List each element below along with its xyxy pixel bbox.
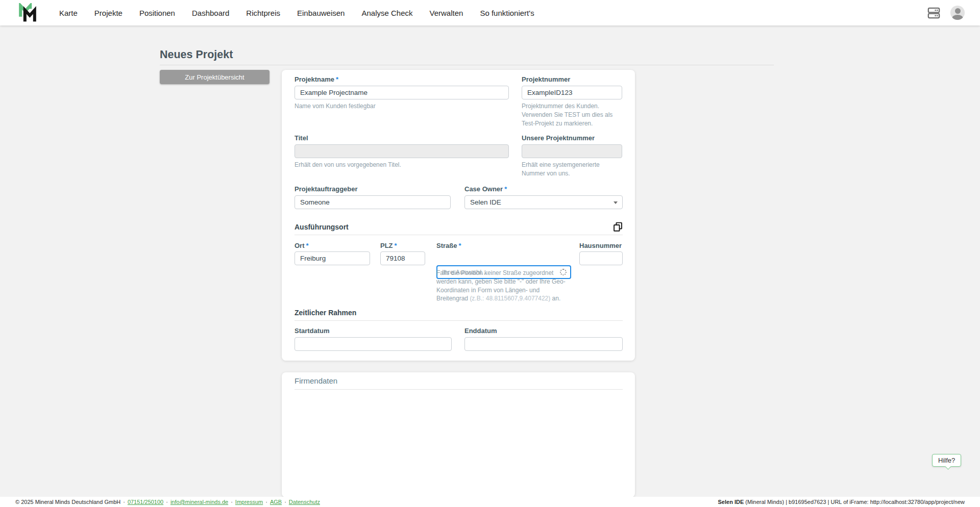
enddatum-label: Enddatum — [464, 327, 497, 335]
projektauftraggeber-label: Projektauftraggeber — [295, 185, 358, 193]
section-divider — [295, 389, 623, 390]
ort-label: Ort* — [295, 242, 309, 249]
help-button[interactable]: Hilfe? — [932, 454, 961, 467]
projektnummer-helper: Projektnummer des Kunden. Verwenden Sie … — [522, 102, 624, 128]
footer: © 2025 Mineral Minds Deutschland GmbH · … — [0, 497, 980, 507]
footer-link-datenschutz[interactable]: Datenschutz — [289, 499, 320, 505]
nav-positionen[interactable]: Positionen — [139, 9, 175, 17]
section-divider — [295, 235, 623, 235]
ort-input[interactable] — [295, 251, 370, 265]
section-ausfuehrungsort-title: Ausführungsort — [295, 223, 349, 231]
help-label: Hilfe? — [938, 457, 955, 464]
mineral-minds-logo-icon[interactable] — [17, 3, 38, 22]
required-marker: * — [336, 75, 338, 83]
projektname-input[interactable] — [295, 86, 509, 99]
required-marker: * — [504, 185, 507, 193]
avatar-head — [955, 8, 961, 14]
projektauftraggeber-input[interactable] — [295, 195, 451, 209]
nav-einbauweisen[interactable]: Einbauweisen — [297, 9, 345, 17]
title-divider — [160, 65, 774, 65]
footer-link-impressum[interactable]: Impressum — [235, 499, 263, 505]
required-marker: * — [395, 242, 397, 249]
nav-analyse-check[interactable]: Analyse Check — [361, 9, 412, 17]
required-marker: * — [306, 242, 309, 249]
avatar-shoulders — [952, 15, 963, 20]
topbar-actions — [927, 6, 965, 20]
nav-projekte[interactable]: Projekte — [94, 9, 122, 17]
strasse-label: Straße* — [436, 242, 461, 249]
unsere-projektnummer-input — [522, 144, 622, 158]
user-avatar-icon[interactable] — [950, 6, 965, 20]
top-navigation-bar: Karte Projekte Positionen Dashboard Rich… — [0, 0, 980, 26]
project-form-card: Projektname* Name vom Kunden festlegbar … — [282, 70, 635, 361]
startdatum-input[interactable] — [295, 337, 452, 351]
projektname-label: Projektname* — [295, 75, 338, 83]
section-divider — [295, 320, 623, 321]
plz-input[interactable] — [380, 251, 425, 265]
main-nav: Karte Projekte Positionen Dashboard Rich… — [59, 9, 534, 17]
nav-verwalten[interactable]: Verwalten — [430, 9, 463, 17]
enddatum-input[interactable] — [464, 337, 623, 351]
footer-link-email[interactable]: info@mineral-minds.de — [170, 499, 228, 505]
zur-projektuebersicht-button[interactable]: Zur Projektübersicht — [160, 70, 270, 84]
titel-input — [295, 144, 509, 158]
case-owner-value: Selen IDE — [470, 198, 501, 206]
projektname-helper: Name vom Kunden festlegbar — [295, 102, 509, 111]
case-owner-select[interactable]: Selen IDE — [464, 195, 623, 209]
nav-karte[interactable]: Karte — [59, 9, 78, 17]
projektnummer-input[interactable] — [522, 86, 622, 99]
nav-richtpreis[interactable]: Richtpreis — [246, 9, 280, 17]
nav-dashboard[interactable]: Dashboard — [192, 9, 229, 17]
footer-session-info: Selen IDE (Mineral Minds) | b91695ed7623… — [718, 499, 965, 505]
footer-left: © 2025 Mineral Minds Deutschland GmbH · … — [15, 499, 320, 505]
copy-icon[interactable] — [612, 221, 623, 232]
hausnummer-label: Hausnummer — [579, 242, 622, 249]
firmendaten-card: Firmendaten — [282, 372, 635, 497]
app-root: Karte Projekte Positionen Dashboard Rich… — [0, 0, 980, 507]
chevron-down-icon — [614, 201, 618, 204]
case-owner-label: Case Owner* — [464, 185, 507, 193]
hausnummer-input[interactable] — [579, 251, 623, 265]
unsere-projektnummer-label: Unsere Projektnummer — [522, 134, 595, 142]
page-title: Neues Projekt — [160, 48, 233, 61]
help-bubble-tail — [945, 463, 951, 470]
footer-link-agb[interactable]: AGB — [270, 499, 282, 505]
plz-label: PLZ* — [380, 242, 397, 249]
nav-so-funktionierts[interactable]: So funktioniert's — [480, 9, 534, 17]
projektnummer-label: Projektnummer — [522, 75, 570, 83]
footer-user: Selen IDE — [718, 499, 744, 505]
required-marker: * — [458, 242, 461, 249]
titel-label: Titel — [295, 134, 308, 142]
section-zeitlicher-rahmen-title: Zeitlicher Rahmen — [295, 309, 356, 317]
startdatum-label: Startdatum — [295, 327, 330, 335]
section-firmendaten-title: Firmendaten — [295, 376, 337, 385]
server-stack-icon[interactable] — [927, 6, 941, 20]
strasse-helper: Falls die Position keiner Straße zugeord… — [436, 269, 572, 303]
unsere-projektnummer-helper: Erhält eine systemgenerierte Nummer von … — [522, 161, 624, 178]
footer-copyright: © 2025 Mineral Minds Deutschland GmbH — [15, 499, 120, 505]
footer-link-phone[interactable]: 07151/250100 — [128, 499, 163, 505]
titel-helper: Erhält den von uns vorgegebenen Titel. — [295, 161, 509, 169]
